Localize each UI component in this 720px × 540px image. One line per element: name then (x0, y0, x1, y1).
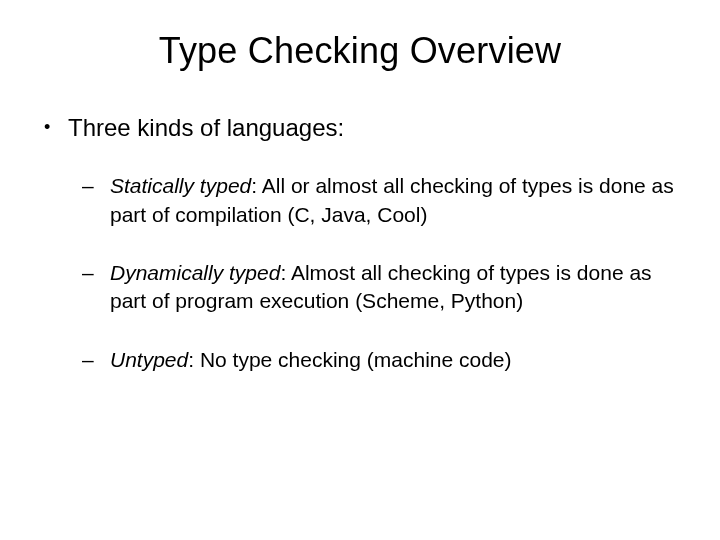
intro-text: Three kinds of languages: (68, 114, 344, 141)
term-label: Untyped (110, 348, 188, 371)
intro-bullet: Three kinds of languages: (40, 112, 680, 144)
term-desc: : No type checking (machine code) (188, 348, 511, 371)
term-label: Dynamically typed (110, 261, 280, 284)
slide-title: Type Checking Overview (40, 30, 680, 72)
bullet-list-level1: Three kinds of languages: (40, 112, 680, 144)
list-item: Dynamically typed: Almost all checking o… (40, 259, 680, 316)
bullet-list-level2: Statically typed: All or almost all chec… (40, 172, 680, 374)
slide: Type Checking Overview Three kinds of la… (0, 0, 720, 540)
term-label: Statically typed (110, 174, 251, 197)
list-item: Statically typed: All or almost all chec… (40, 172, 680, 229)
list-item: Untyped: No type checking (machine code) (40, 346, 680, 374)
